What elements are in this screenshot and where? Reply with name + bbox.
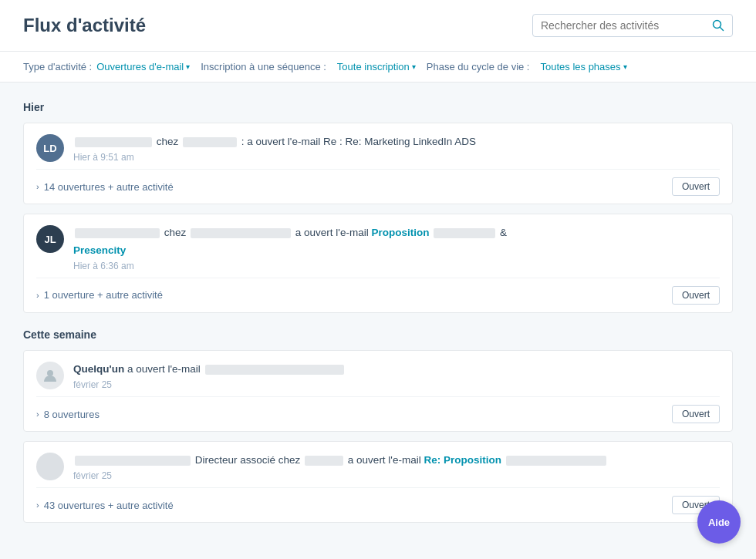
card-footer-jl: › 1 ouverture + autre activité Ouvert [36, 278, 720, 312]
anon-person-label: Quelqu'un [73, 363, 124, 375]
person-redacted-jl [75, 228, 160, 238]
expand-row-dir[interactable]: › 43 ouvertures + autre activité [36, 500, 174, 511]
expand-chevron-ld: › [36, 182, 39, 191]
timestamp-ld: Hier à 9:51 am [73, 152, 720, 163]
expand-row-jl[interactable]: › 1 ouverture + autre activité [36, 289, 163, 301]
section-hier: Hier [23, 101, 733, 113]
card-body-ld: chez : a ouvert l'e-mail Re : Re: Market… [73, 134, 720, 163]
avatar-jl: JL [36, 225, 64, 253]
email-highlight-jl: Proposition [371, 227, 429, 238]
activity-text-jl: chez a ouvert l'e-mail Proposition & [73, 225, 720, 241]
svg-line-1 [721, 28, 724, 31]
lifecycle-chevron: ▾ [623, 62, 627, 71]
email-redacted-anon [205, 365, 344, 375]
open-btn-jl[interactable]: Ouvert [672, 286, 720, 305]
company-redacted-jl [191, 228, 291, 238]
email-suffix-jl [434, 228, 495, 238]
expand-chevron-anon: › [36, 409, 39, 419]
expand-chevron-jl: › [36, 291, 39, 300]
email-highlight-dir: Re: Proposition [424, 454, 501, 466]
expand-label-ld: 14 ouvertures + autre activité [44, 181, 174, 193]
activity-card-anon: Quelqu'un a ouvert l'e-mail février 25 ›… [23, 350, 733, 432]
section-cette-semaine: Cette semaine [23, 328, 733, 341]
content-area: Hier LD chez : a ouvert l'e-mail Re : Re… [0, 83, 756, 547]
search-input[interactable] [541, 19, 712, 32]
card-body-anon: Quelqu'un a ouvert l'e-mail février 25 [73, 362, 720, 390]
card-footer-dir: › 43 ouvertures + autre activité Ouvert [36, 487, 720, 522]
sequence-label: Inscription à une séquence : [201, 61, 326, 72]
card-footer-ld: › 14 ouvertures + autre activité Ouvert [36, 169, 720, 204]
company-redacted-ld [183, 137, 237, 147]
secondary-name-jl: Presencity [73, 243, 720, 258]
activity-type-chevron: ▾ [186, 62, 190, 71]
card-body-jl: chez a ouvert l'e-mail Proposition & Pre… [73, 225, 720, 271]
filters-bar: Type d'activité : Ouvertures d'e-mail ▾ … [0, 52, 756, 83]
page-title: Flux d'activité [23, 15, 146, 36]
timestamp-jl: Hier à 6:36 am [73, 261, 720, 271]
activity-card-jl: JL chez a ouvert l'e-mail Proposition & … [23, 214, 733, 313]
person-redacted-dir [75, 456, 191, 466]
svg-point-2 [47, 370, 53, 376]
lifecycle-value: Toutes les phases [541, 61, 621, 72]
avatar-anon [36, 362, 64, 389]
aide-label: Aide [708, 517, 730, 528]
expand-label-dir: 43 ouvertures + autre activité [44, 500, 174, 511]
activity-text-ld: chez : a ouvert l'e-mail Re : Re: Market… [73, 134, 720, 150]
activity-card-dir: Directeur associé chez a ouvert l'e-mail… [23, 441, 733, 523]
sequence-dropdown[interactable]: Toute inscription ▾ [337, 61, 416, 72]
expand-chevron-dir: › [36, 500, 39, 510]
page-header: Flux d'activité [0, 0, 756, 52]
expand-row-anon[interactable]: › 8 ouvertures [36, 409, 100, 420]
expand-label-jl: 1 ouverture + autre activité [44, 289, 163, 301]
lifecycle-label: Phase du cycle de vie : [427, 61, 530, 72]
avatar-ld: LD [36, 134, 64, 162]
expand-row-ld[interactable]: › 14 ouvertures + autre activité [36, 181, 174, 193]
expand-label-anon: 8 ouvertures [44, 409, 100, 420]
timestamp-dir: février 25 [73, 470, 720, 481]
company-redacted-dir [305, 456, 343, 466]
activity-type-label: Type d'activité : [23, 61, 92, 72]
open-btn-anon[interactable]: Ouvert [672, 405, 720, 423]
card-body-dir: Directeur associé chez a ouvert l'e-mail… [73, 453, 720, 481]
email-redacted-dir [506, 456, 606, 466]
activity-type-value: Ouvertures d'e-mail [96, 61, 184, 72]
card-footer-anon: › 8 ouvertures Ouvert [36, 396, 720, 431]
search-button[interactable] [712, 19, 724, 32]
avatar-dir [36, 453, 64, 480]
lifecycle-dropdown[interactable]: Toutes les phases ▾ [541, 61, 627, 72]
sequence-value: Toute inscription [337, 61, 410, 72]
activity-card-ld: LD chez : a ouvert l'e-mail Re : Re: Mar… [23, 123, 733, 204]
open-btn-ld[interactable]: Ouvert [672, 177, 720, 196]
activity-text-dir: Directeur associé chez a ouvert l'e-mail… [73, 453, 720, 468]
timestamp-anon: février 25 [73, 379, 720, 390]
person-redacted-ld [75, 137, 152, 147]
search-container [532, 14, 733, 37]
sequence-chevron: ▾ [412, 62, 416, 71]
activity-text-anon: Quelqu'un a ouvert l'e-mail [73, 362, 720, 377]
activity-type-dropdown[interactable]: Ouvertures d'e-mail ▾ [96, 61, 190, 72]
aide-button[interactable]: Aide [697, 500, 741, 544]
